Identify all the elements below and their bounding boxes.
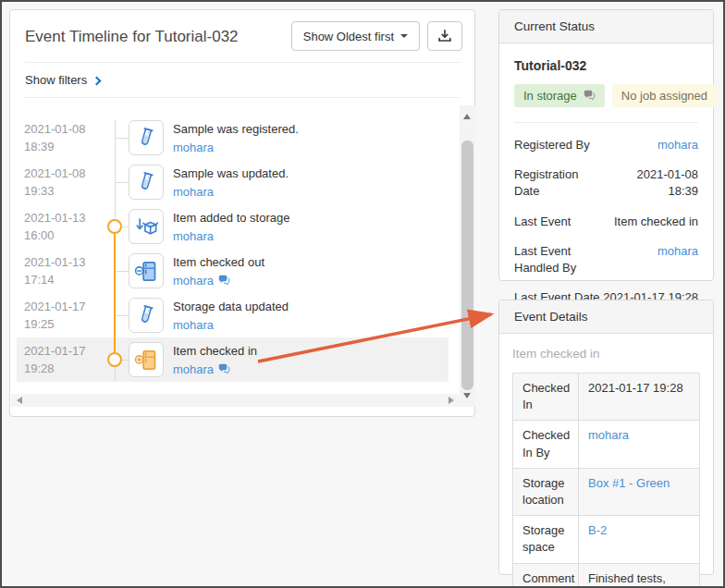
row-value: B-2 [579,516,700,563]
event-datetime: 2021-01-0819:33 [24,165,86,201]
table-row: Checked In By mohara [513,421,700,468]
user-link[interactable]: mohara [657,137,698,153]
user-link[interactable]: mohara [173,361,214,379]
status-field-row: Last Event Handled By mohara [514,243,698,276]
timeline-actions: Show Oldest first [291,21,462,51]
comment-icon[interactable] [584,90,596,102]
vertical-scrollbar[interactable] [460,105,475,407]
timeline-event-row-selected[interactable]: 2021-01-1719:28 Item checked in mohara [10,337,460,382]
field-label: Last Event Handled By [514,243,616,276]
show-filters-label: Show filters [25,73,87,87]
page-title: Event Timeline for Tutorial-032 [25,21,239,46]
timeline-event-row[interactable]: 2021-01-0818:39 Sample was registered. m… [10,116,460,160]
event-datetime: 2021-01-1719:28 [24,343,86,378]
horizontal-scrollbar[interactable] [11,394,460,407]
item-name: Tutorial-032 [514,58,698,73]
timeline-connector [116,315,129,316]
timeline-node [107,352,122,367]
test-tube-icon [129,298,164,333]
user-link[interactable]: mohara [173,316,214,335]
timeline-list: 2021-01-0818:39 Sample was registered. m… [10,105,460,393]
timeline-header: Event Timeline for Tutorial-032 Show Old… [10,10,474,62]
event-timeline-panel: Event Timeline for Tutorial-032 Show Old… [9,9,475,417]
table-row: Comment Finished tests, returning to fre… [513,563,700,588]
event-details-table: Checked In 2021-01-17 19:28 Checked In B… [512,373,700,588]
table-row: Storage space B-2 [513,516,700,563]
event-details-panel: Event Details Item checked in Checked In… [498,300,714,575]
event-datetime: 2021-01-1719:25 [24,299,86,334]
field-value: Item checked in [614,214,698,230]
comment-icon[interactable] [218,363,230,375]
current-status-header: Current Status [499,10,713,43]
storage-location-link[interactable]: Box #1 - Green [588,476,670,490]
job-badge: No job assigned [612,84,717,107]
current-status-panel: Current Status Tutorial-032 In storage N… [498,9,714,281]
user-link[interactable]: mohara [173,227,214,246]
event-text: Item checked out mohara [173,253,264,289]
status-badge: In storage [514,84,605,107]
scroll-up-icon[interactable] [463,114,471,119]
event-title: Storage data updated [173,298,289,316]
user-link[interactable]: mohara [588,428,629,442]
download-icon [436,27,454,45]
user-link[interactable]: mohara [173,183,214,202]
event-details-body: Item checked in Checked In 2021-01-17 19… [499,334,713,588]
field-label: Registration Date [514,166,605,200]
field-value: 2021-01-08 18:39 [605,166,698,200]
check-out-icon [129,253,164,288]
timeline-event-row[interactable]: 2021-01-1719:25 Storage data updated moh… [10,293,460,337]
event-text: Item checked in mohara [173,342,257,378]
caret-down-icon [400,34,408,38]
event-text: Storage data updated mohara [173,298,289,334]
scroll-right-icon[interactable] [449,397,454,404]
event-title: Sample was updated. [173,165,289,183]
event-title: Item added to storage [173,209,289,227]
test-tube-icon [129,165,164,200]
timeline-event-row[interactable]: 2021-01-1316:00 Item added to storage mo… [10,204,460,249]
sort-order-dropdown[interactable]: Show Oldest first [291,21,420,51]
user-link[interactable]: mohara [657,243,698,276]
row-value: 2021-01-17 19:28 [579,374,700,421]
scroll-left-icon[interactable] [17,397,22,404]
event-details-header: Event Details [499,300,713,334]
divider [514,122,698,123]
user-link[interactable]: mohara [173,139,214,157]
event-datetime: 2021-01-1317:14 [24,254,86,289]
divider [25,97,460,98]
row-label: Storage location [513,468,579,515]
test-tube-icon [129,120,164,155]
event-datetime: 2021-01-0818:39 [24,121,86,156]
table-row: Storage location Box #1 - Green [513,468,700,515]
current-status-body: Tutorial-032 In storage No job assigned … [499,43,713,334]
row-value: Box #1 - Green [579,468,700,515]
show-filters-toggle[interactable]: Show filters [10,63,115,97]
status-field-row: Registered By mohara [514,137,698,153]
add-to-storage-icon [129,209,164,244]
timeline-event-row[interactable]: 2021-01-0819:33 Sample was updated. moha… [10,160,460,204]
storage-space-link[interactable]: B-2 [588,523,607,537]
chevron-right-icon [92,76,102,85]
download-button[interactable] [427,21,462,51]
field-label: Last Event [514,214,571,230]
row-label: Storage space [513,516,579,563]
event-text: Sample was updated. mohara [173,165,289,201]
vertical-scrollbar-thumb[interactable] [461,141,473,390]
timeline-connector [116,271,129,272]
check-in-icon [129,342,164,377]
user-link[interactable]: mohara [173,272,214,290]
event-text: Item added to storage mohara [173,209,289,245]
timeline-event-row[interactable]: 2021-01-1317:14 Item checked out mohara [10,249,460,293]
status-badges: In storage No job assigned [514,84,698,107]
timeline-node [107,219,122,234]
table-row: Checked In 2021-01-17 19:28 [513,374,700,421]
timeline-connector [116,138,129,139]
status-field-row: Last Event Item checked in [514,214,698,230]
row-value: Finished tests, returning to freezer [579,563,700,588]
event-title: Sample was registered. [173,120,299,139]
event-text: Sample was registered. mohara [173,120,299,156]
event-title: Item checked out [173,253,264,272]
row-label: Comment [513,563,579,588]
comment-icon[interactable] [218,275,230,287]
field-label: Registered By [514,137,590,153]
scroll-down-icon[interactable] [463,393,471,398]
